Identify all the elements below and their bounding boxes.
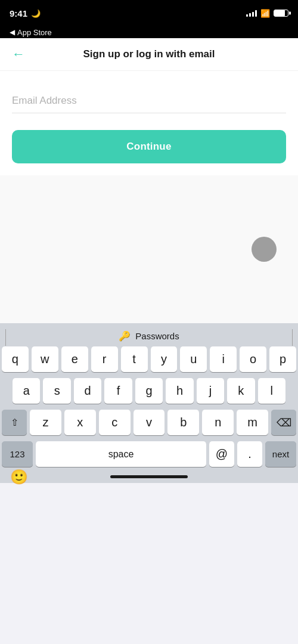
status-bar: 9:41 🌙 📶 xyxy=(0,0,298,26)
key-d[interactable]: d xyxy=(74,378,101,404)
moon-icon: 🌙 xyxy=(31,9,41,18)
key-u[interactable]: u xyxy=(180,346,207,372)
status-time: 9:41 xyxy=(10,8,27,18)
form-area: Continue xyxy=(0,71,298,175)
key-g[interactable]: g xyxy=(135,378,163,404)
battery-icon xyxy=(274,10,288,17)
key-i[interactable]: i xyxy=(210,346,237,372)
key-a[interactable]: a xyxy=(13,378,40,404)
passwords-bar[interactable]: 🔑 Passwords xyxy=(2,328,296,346)
key-p[interactable]: p xyxy=(269,346,296,372)
key-c[interactable]: c xyxy=(99,410,131,435)
wifi-icon: 📶 xyxy=(260,9,270,18)
keyboard-row-2: a s d f g h j k l xyxy=(2,378,296,404)
status-bar-left: 9:41 🌙 xyxy=(10,8,41,18)
key-z[interactable]: z xyxy=(30,410,61,435)
at-key[interactable]: @ xyxy=(209,441,234,467)
status-bar-right: 📶 xyxy=(246,9,288,18)
numbers-key[interactable]: 123 xyxy=(2,441,33,467)
app-store-back-button[interactable]: ◀ App Store xyxy=(10,28,52,37)
keyboard-emoji-bar: 🙂 xyxy=(2,472,296,483)
key-r[interactable]: r xyxy=(91,346,118,372)
key-h[interactable]: h xyxy=(166,378,193,404)
key-x[interactable]: x xyxy=(64,410,96,435)
keyboard-bottom-row: 123 space @ . next xyxy=(2,441,296,467)
empty-space xyxy=(0,175,298,323)
key-j[interactable]: j xyxy=(197,378,224,404)
key-l[interactable]: l xyxy=(258,378,285,404)
key-icon: 🔑 xyxy=(119,330,131,342)
keyboard-row-1: q w e r t y u i o p xyxy=(2,346,296,372)
keyboard-row-3: ⇧ z x c v b n m ⌫ xyxy=(2,410,296,435)
key-v[interactable]: v xyxy=(134,410,165,435)
keyboard: 🔑 Passwords q w e r t y u i o p a s d f … xyxy=(0,323,298,483)
key-o[interactable]: o xyxy=(240,346,266,372)
continue-button[interactable]: Continue xyxy=(12,130,286,163)
space-key[interactable]: space xyxy=(36,441,206,467)
home-indicator xyxy=(110,475,188,478)
key-e[interactable]: e xyxy=(61,346,88,372)
app-store-label: App Store xyxy=(17,28,52,37)
signal-bars-icon xyxy=(246,10,257,17)
scroll-indicator xyxy=(252,237,277,262)
key-w[interactable]: w xyxy=(32,346,58,372)
page-header: ← Sign up or log in with email xyxy=(0,38,298,71)
key-y[interactable]: y xyxy=(151,346,178,372)
page-title: Sign up or log in with email xyxy=(31,48,267,60)
back-button[interactable]: ← xyxy=(12,48,25,61)
emoji-key[interactable]: 🙂 xyxy=(10,469,28,485)
shift-key[interactable]: ⇧ xyxy=(2,410,27,435)
key-t[interactable]: t xyxy=(121,346,148,372)
key-s[interactable]: s xyxy=(43,378,70,404)
chevron-left-icon: ◀ xyxy=(10,28,15,36)
next-key[interactable]: next xyxy=(265,441,296,467)
passwords-label: Passwords xyxy=(135,331,179,341)
key-q[interactable]: q xyxy=(2,346,29,372)
app-store-nav: ◀ App Store xyxy=(0,26,298,38)
email-input[interactable] xyxy=(12,89,286,113)
delete-key[interactable]: ⌫ xyxy=(271,410,296,435)
key-n[interactable]: n xyxy=(202,410,234,435)
key-f[interactable]: f xyxy=(104,378,132,404)
dot-key[interactable]: . xyxy=(237,441,262,467)
key-b[interactable]: b xyxy=(167,410,199,435)
key-m[interactable]: m xyxy=(237,410,268,435)
key-k[interactable]: k xyxy=(227,378,254,404)
